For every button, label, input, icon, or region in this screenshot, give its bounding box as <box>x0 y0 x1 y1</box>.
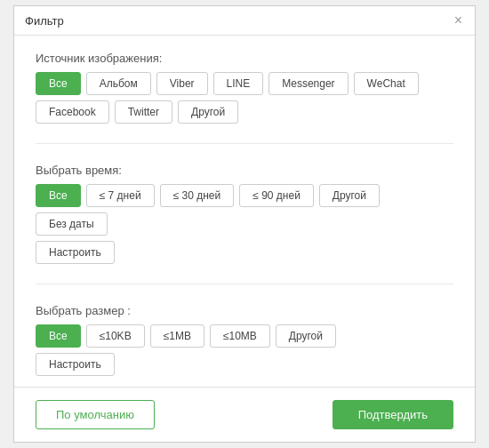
size-btn-all[interactable]: Все <box>36 324 81 348</box>
time-btn-group: Все ≤ 7 дней ≤ 30 дней ≤ 90 дней Другой … <box>36 184 453 236</box>
source-btn-other[interactable]: Другой <box>178 100 238 124</box>
time-label: Выбрать время: <box>36 164 453 177</box>
source-btn-twitter[interactable]: Twitter <box>115 100 172 124</box>
source-btn-album[interactable]: Альбом <box>86 72 151 95</box>
filter-dialog: Фильтр × Источник изображения: Все Альбо… <box>13 5 476 443</box>
source-section: Источник изображения: Все Альбом Viber L… <box>36 52 453 124</box>
size-btn-1mb[interactable]: ≤1MB <box>150 324 204 348</box>
size-btn-other[interactable]: Другой <box>276 324 336 348</box>
source-btn-facebook[interactable]: Facebook <box>36 100 109 124</box>
time-btn-7days[interactable]: ≤ 7 дней <box>86 184 155 207</box>
size-btn-group-row2: Настроить <box>36 353 453 376</box>
confirm-button[interactable]: Подтвердить <box>333 400 453 429</box>
size-customize-btn[interactable]: Настроить <box>36 353 115 376</box>
source-label: Источник изображения: <box>36 52 453 65</box>
source-btn-messenger[interactable]: Messenger <box>269 72 348 95</box>
source-btn-all[interactable]: Все <box>36 72 81 95</box>
time-section: Выбрать время: Все ≤ 7 дней ≤ 30 дней ≤ … <box>36 164 453 264</box>
time-customize-btn[interactable]: Настроить <box>36 241 115 264</box>
close-button[interactable]: × <box>453 13 464 28</box>
time-btn-30days[interactable]: ≤ 30 дней <box>160 184 235 207</box>
size-btn-10mb[interactable]: ≤10MB <box>210 324 270 348</box>
source-btn-wechat[interactable]: WeChat <box>354 72 419 95</box>
source-btn-line[interactable]: LINE <box>213 72 264 95</box>
time-btn-other[interactable]: Другой <box>319 184 380 207</box>
divider-1 <box>36 143 453 144</box>
dialog-footer: По умолчанию Подтвердить <box>14 387 475 442</box>
time-btn-group-row2: Настроить <box>36 241 453 264</box>
size-btn-10kb[interactable]: ≤10KB <box>86 324 145 348</box>
time-btn-90days[interactable]: ≤ 90 дней <box>239 184 314 207</box>
size-btn-group: Все ≤10KB ≤1MB ≤10MB Другой <box>36 324 453 348</box>
divider-2 <box>36 284 453 284</box>
source-btn-group-row2: Facebook Twitter Другой <box>36 100 453 124</box>
time-btn-all[interactable]: Все <box>36 184 81 207</box>
default-button[interactable]: По умолчанию <box>36 400 155 429</box>
dialog-body: Источник изображения: Все Альбом Viber L… <box>14 36 475 387</box>
time-btn-nodate[interactable]: Без даты <box>36 212 108 236</box>
source-btn-viber[interactable]: Viber <box>156 72 208 95</box>
dialog-title: Фильтр <box>25 14 64 28</box>
size-label: Выбрать размер : <box>36 304 453 317</box>
title-bar: Фильтр × <box>14 6 475 36</box>
source-btn-group: Все Альбом Viber LINE Messenger WeChat <box>36 72 453 95</box>
size-section: Выбрать размер : Все ≤10KB ≤1MB ≤10MB Др… <box>36 304 453 376</box>
